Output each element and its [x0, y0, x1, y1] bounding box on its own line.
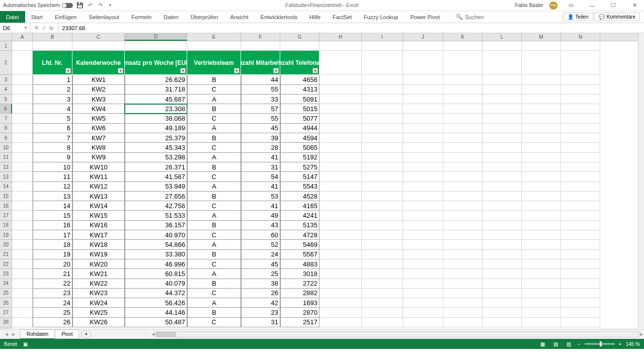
cell[interactable]	[403, 51, 443, 75]
cell[interactable]	[522, 114, 561, 123]
cell[interactable]	[561, 162, 600, 172]
row-header-17[interactable]: 17	[0, 211, 12, 220]
cell[interactable]	[362, 240, 403, 249]
col-header-H[interactable]: H	[319, 33, 362, 41]
cell[interactable]: 42.756	[125, 201, 187, 211]
minimize-button[interactable]: —	[585, 1, 600, 11]
cell[interactable]: KW11	[72, 172, 125, 182]
col-header-D[interactable]: D	[125, 33, 187, 41]
cell[interactable]: KW21	[72, 269, 125, 279]
cell[interactable]: KW7	[72, 133, 125, 143]
redo-icon[interactable]: ↷	[97, 3, 103, 9]
cell[interactable]	[319, 182, 362, 192]
cell[interactable]	[561, 143, 600, 152]
cell[interactable]: KW13	[72, 192, 125, 201]
cell[interactable]: C	[187, 85, 241, 95]
cell[interactable]: C	[187, 143, 241, 152]
cell[interactable]	[482, 75, 522, 84]
cell[interactable]	[443, 114, 482, 123]
cell[interactable]	[403, 192, 443, 201]
cell[interactable]: 4656	[280, 75, 319, 84]
ribbon-tab-daten[interactable]: Daten	[157, 11, 184, 23]
cell[interactable]: 50.487	[125, 318, 187, 327]
cell[interactable]: 3	[33, 95, 72, 104]
cell[interactable]: B	[187, 133, 241, 143]
col-header-C[interactable]: C	[72, 33, 125, 41]
share-button[interactable]: 👤Teilen	[563, 13, 593, 21]
ribbon-tab-hilfe[interactable]: Hilfe	[303, 11, 327, 23]
cell[interactable]: 45	[241, 124, 280, 133]
cell[interactable]	[443, 298, 482, 308]
close-button[interactable]: ✕	[627, 1, 642, 11]
cell[interactable]: 2870	[280, 308, 319, 317]
cell[interactable]	[561, 114, 600, 123]
filter-dropdown-icon[interactable]: ▾	[180, 68, 186, 73]
cell[interactable]: 46.996	[125, 259, 187, 269]
cell[interactable]	[561, 95, 600, 104]
col-header-K[interactable]: K	[443, 33, 482, 41]
cell[interactable]	[522, 201, 561, 211]
cell[interactable]	[482, 85, 522, 95]
cell[interactable]	[403, 162, 443, 172]
cell[interactable]	[443, 192, 482, 201]
cell[interactable]: 5	[33, 114, 72, 123]
cell[interactable]	[561, 85, 600, 95]
cell[interactable]	[561, 289, 600, 298]
file-tab[interactable]: Datei	[0, 11, 25, 23]
cell[interactable]: 28	[241, 143, 280, 152]
cell[interactable]	[522, 250, 561, 259]
comments-button[interactable]: 💬Kommentare	[594, 13, 640, 21]
cell[interactable]	[319, 124, 362, 133]
cell[interactable]	[561, 133, 600, 143]
cell[interactable]	[362, 269, 403, 279]
cell[interactable]	[522, 192, 561, 201]
cell[interactable]	[362, 211, 403, 220]
cell[interactable]	[12, 230, 33, 240]
cell[interactable]	[319, 85, 362, 95]
cell[interactable]	[362, 192, 403, 201]
cell[interactable]	[561, 192, 600, 201]
cell[interactable]	[482, 162, 522, 172]
cell[interactable]: 43	[241, 221, 280, 230]
cell[interactable]: KW3	[72, 95, 125, 104]
qat-dropdown-icon[interactable]: ▾	[107, 3, 113, 9]
cell[interactable]: 5469	[280, 240, 319, 249]
cell[interactable]: 49	[241, 211, 280, 220]
row-header-22[interactable]: 22	[0, 259, 12, 269]
cell[interactable]	[561, 221, 600, 230]
cell[interactable]	[362, 250, 403, 259]
cell[interactable]	[319, 162, 362, 172]
row-header-26[interactable]: 26	[0, 298, 12, 308]
cell[interactable]	[241, 41, 280, 51]
cell[interactable]	[12, 51, 33, 75]
cell[interactable]	[12, 240, 33, 249]
cell[interactable]	[187, 41, 241, 51]
search-box[interactable]: 🔍 Suchen	[456, 14, 484, 20]
cell[interactable]: A	[187, 95, 241, 104]
cell[interactable]	[522, 240, 561, 249]
cell[interactable]	[403, 182, 443, 192]
row-header-23[interactable]: 23	[0, 269, 12, 279]
cell[interactable]	[12, 162, 33, 172]
cell[interactable]: C	[187, 172, 241, 182]
cell[interactable]: 49.189	[125, 124, 187, 133]
cell[interactable]: 38	[241, 279, 280, 289]
cell[interactable]: KW17	[72, 230, 125, 240]
cell[interactable]: 19	[33, 250, 72, 259]
cell[interactable]	[362, 95, 403, 104]
cell[interactable]	[319, 298, 362, 308]
cell[interactable]	[403, 279, 443, 289]
col-header-N[interactable]: N	[561, 33, 600, 41]
cell[interactable]	[482, 269, 522, 279]
hscroll-right-icon[interactable]: ►	[639, 331, 644, 337]
row-header-19[interactable]: 19	[0, 230, 12, 240]
cell[interactable]	[443, 221, 482, 230]
cell[interactable]: B	[187, 308, 241, 317]
cell[interactable]	[443, 250, 482, 259]
cell[interactable]: KW6	[72, 124, 125, 133]
cell[interactable]	[403, 114, 443, 123]
row-header-14[interactable]: 14	[0, 182, 12, 192]
cell[interactable]	[561, 230, 600, 240]
cell[interactable]	[561, 308, 600, 317]
cell[interactable]	[482, 192, 522, 201]
